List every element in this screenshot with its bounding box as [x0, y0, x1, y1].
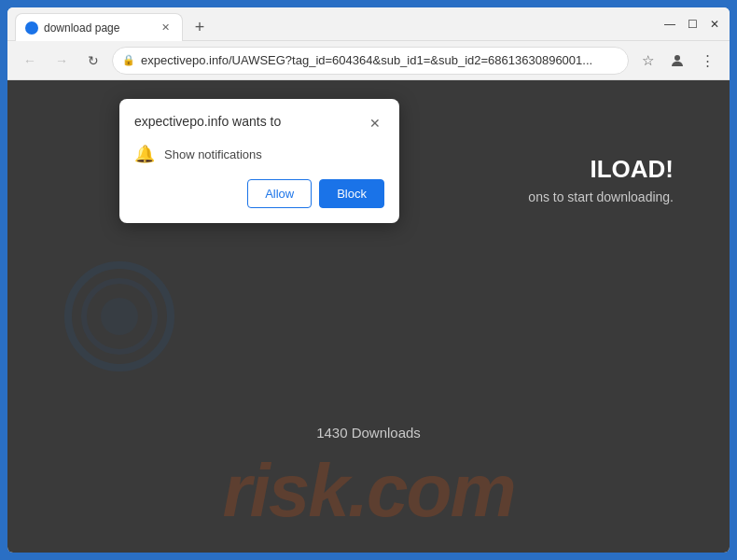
minimize-button[interactable]: — — [662, 17, 677, 32]
back-button[interactable]: ← — [17, 48, 43, 74]
notification-popup: expectivepo.info wants to ✕ 🔔 Show notif… — [119, 99, 399, 223]
page-content: ILOAD! ons to start downloading. 1430 Do… — [7, 80, 730, 553]
popup-item-text: Show notifications — [164, 147, 262, 161]
page-subtext: ons to start downloading. — [528, 189, 674, 204]
download-count: 1430 Downloads — [316, 425, 421, 441]
popup-header: expectivepo.info wants to ✕ — [134, 114, 384, 133]
tab-favicon — [25, 21, 38, 35]
maximize-button[interactable]: ☐ — [685, 17, 700, 32]
browser-tab[interactable]: download page ✕ — [15, 13, 183, 41]
browser-window: download page ✕ + — ☐ ✕ ← → ↻ 🔒 expectiv… — [7, 7, 730, 553]
page-text-area: ILOAD! ons to start downloading. — [528, 155, 674, 204]
tab-title: download page — [44, 21, 152, 35]
title-bar: download page ✕ + — ☐ ✕ — [7, 7, 730, 41]
svg-point-0 — [674, 55, 680, 61]
reload-button[interactable]: ↻ — [80, 48, 106, 74]
tab-close-button[interactable]: ✕ — [158, 21, 173, 35]
address-bar[interactable]: 🔒 expectivepo.info/UAWSEG?tag_id=604364&… — [112, 47, 629, 75]
menu-icon[interactable]: ⋮ — [694, 48, 720, 74]
bell-icon: 🔔 — [134, 144, 155, 164]
forward-button[interactable]: → — [49, 48, 75, 74]
toolbar: ← → ↻ 🔒 expectivepo.info/UAWSEG?tag_id=6… — [7, 41, 730, 80]
window-controls: — ☐ ✕ — [662, 17, 722, 32]
page-headline: ILOAD! — [528, 155, 674, 184]
profile-icon[interactable] — [664, 48, 690, 74]
new-tab-button[interactable]: + — [187, 14, 213, 40]
bookmark-icon[interactable]: ☆ — [634, 48, 661, 74]
popup-actions: Allow Block — [134, 179, 384, 208]
popup-item: 🔔 Show notifications — [134, 144, 384, 164]
popup-close-button[interactable]: ✕ — [366, 114, 384, 133]
allow-button[interactable]: Allow — [247, 179, 312, 208]
tab-area: download page ✕ + — [15, 7, 655, 40]
close-button[interactable]: ✕ — [707, 17, 722, 32]
svg-point-3 — [101, 298, 138, 335]
lock-icon: 🔒 — [122, 54, 135, 66]
block-button[interactable]: Block — [319, 179, 384, 208]
watermark-text: risk.com — [222, 448, 514, 534]
address-text: expectivepo.info/UAWSEG?tag_id=604364&su… — [141, 53, 619, 67]
toolbar-icons: ☆ ⋮ — [634, 48, 720, 74]
popup-title: expectivepo.info wants to — [134, 114, 281, 129]
watermark-logo — [63, 260, 175, 372]
